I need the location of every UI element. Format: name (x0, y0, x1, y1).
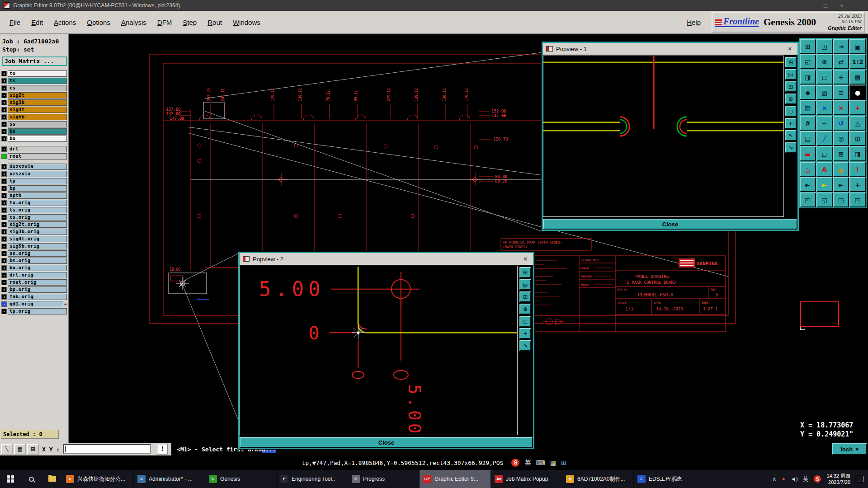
layer-visibility-checkbox[interactable] (1, 309, 7, 314)
layer-name-label[interactable]: tp.orig (8, 308, 67, 314)
layer-visibility-checkbox[interactable] (1, 200, 7, 206)
layer-name-label[interactable]: ts.orig (8, 207, 67, 213)
popview-2-canvas[interactable]: 5.00 0 5.00 (240, 266, 518, 435)
pane-1-button[interactable]: ◰ (800, 192, 816, 207)
triangle-outline-button[interactable]: △ (849, 116, 866, 131)
layer-name-label[interactable]: bs (8, 128, 67, 135)
taskbar-app[interactable]: FEDS工程系统 (634, 470, 705, 488)
filled-square-button[interactable]: ▣ (849, 39, 866, 54)
layer-name-label[interactable]: cs (8, 85, 67, 91)
layer-name-label[interactable]: qd1.orig (8, 301, 63, 307)
layer-visibility-checkbox[interactable] (1, 244, 7, 249)
layer-name-label[interactable]: ss.orig (8, 250, 67, 257)
hlines-button[interactable]: ▤ (849, 70, 866, 84)
taskbar-app[interactable]: GEGraphic Editor 9... (420, 470, 491, 488)
status-tool-button[interactable]: ▦ (14, 444, 26, 455)
pane-3-button[interactable]: ◲ (833, 192, 849, 207)
pane-top-right-button[interactable]: ◳ (816, 39, 833, 54)
layer-name-label[interactable]: sig4t.orig (8, 236, 67, 242)
popview-tool-button[interactable]: ⊡ (785, 81, 797, 92)
sogou-icon[interactable]: S (814, 475, 821, 483)
search-button[interactable] (21, 470, 42, 488)
red-bar-button[interactable]: ▬ (800, 146, 816, 161)
black-ball-button[interactable]: ● (849, 85, 866, 100)
layer-name-label[interactable]: bp.orig (8, 286, 67, 293)
layer-visibility-checkbox[interactable] (1, 229, 7, 235)
layer-name-label[interactable]: sig5b (8, 114, 67, 120)
popview-2-close-button[interactable]: Close (240, 437, 533, 448)
popview-1-window[interactable]: Popview - 1 × ⊞▤⊡⊕◻+↖↘ Close (542, 42, 799, 231)
popview-tool-button[interactable]: ↖ (785, 130, 797, 141)
tray-icon[interactable]: 英 (803, 475, 808, 483)
triangle-orange-button[interactable]: ▲ (833, 162, 849, 177)
ime-icon[interactable]: ⊞ (561, 459, 566, 466)
layer-visibility-checkbox[interactable] (1, 129, 7, 134)
layer-name-label[interactable]: rout.orig (8, 279, 67, 286)
popview-tool-button[interactable]: + (785, 118, 797, 129)
tray-icon[interactable]: ◄) (791, 476, 798, 482)
taskbar-app[interactable]: AAdministrator^ - ... (134, 470, 205, 488)
taskbar-app[interactable]: e兴森快捷衡阳分公... (62, 470, 134, 488)
layer-name-label[interactable]: sig3b (8, 99, 67, 106)
popview-tool-button[interactable]: ▤ (519, 279, 531, 290)
menu-item-rout[interactable]: Rout (203, 16, 227, 29)
popview-1-close-icon[interactable]: × (785, 45, 794, 52)
hlines-2-button[interactable]: ▤ (800, 131, 816, 146)
plus-red-button[interactable]: + (849, 100, 866, 115)
layer-visibility-checkbox[interactable] (1, 93, 7, 98)
status-tool-button[interactable]: ╲ (1, 444, 13, 455)
job-matrix-button[interactable]: Job Matrix ... (2, 56, 67, 66)
popview-2-window[interactable]: Popview - 2 × (238, 252, 534, 449)
cursor-arrow-2-button[interactable]: ► (833, 177, 849, 192)
layer-visibility-checkbox[interactable] (1, 71, 7, 76)
layer-name-label[interactable]: sig2t.orig (8, 221, 67, 228)
layer-visibility-checkbox[interactable] (1, 85, 7, 91)
layer-name-label[interactable]: ss (8, 121, 67, 127)
boxed-x-button[interactable]: ⊠ (833, 146, 849, 161)
crosshair-button[interactable]: + (849, 177, 866, 192)
close-button[interactable]: × (837, 2, 846, 9)
layer-visibility-checkbox[interactable] (1, 265, 7, 271)
layer-visibility-checkbox[interactable] (1, 154, 7, 159)
popview-tool-button[interactable]: ⊕ (785, 94, 797, 104)
units-dropdown[interactable]: Inch (832, 443, 867, 455)
popview-1-canvas[interactable] (543, 56, 784, 217)
layer-name-label[interactable]: drl (8, 146, 67, 152)
layer-name-label[interactable]: bp (8, 185, 67, 192)
tray-icon[interactable]: ● (782, 476, 785, 482)
alert-red-button[interactable]: ! (849, 162, 866, 177)
layer-visibility-checkbox[interactable] (1, 301, 7, 307)
ime-icon[interactable]: 英 (524, 459, 531, 467)
sogou-icon[interactable]: S (511, 459, 519, 467)
diagonal-line-button[interactable]: ╱ (816, 131, 833, 146)
x-red-button[interactable]: × (833, 100, 849, 115)
maximize-button[interactable]: □ (821, 2, 830, 9)
layer-name-label[interactable]: xzszvia (8, 171, 67, 177)
layer-visibility-checkbox[interactable] (1, 78, 7, 84)
popview-tool-button[interactable]: ⊡ (519, 291, 531, 302)
clock[interactable]: 14:32 周四 2023/7/20 (826, 473, 850, 485)
popview-tool-button[interactable]: ⊞ (519, 267, 531, 278)
ime-icon[interactable]: ⌨ (536, 459, 545, 466)
x-blue-button[interactable]: × (816, 100, 833, 115)
layer-visibility-checkbox[interactable] (1, 164, 7, 169)
tab-right-button[interactable]: ⇥ (833, 39, 849, 54)
plus-button[interactable]: + (833, 70, 849, 84)
wave-button[interactable]: ~ (816, 116, 833, 131)
layer-visibility-checkbox[interactable] (1, 186, 7, 191)
menu-help[interactable]: Help (687, 19, 701, 26)
square-outline-2-button[interactable]: ◻ (816, 146, 833, 161)
popview-2-close-icon[interactable]: × (521, 255, 530, 263)
grid-hash-button[interactable]: # (800, 116, 816, 131)
vlines-button[interactable]: ▥ (800, 100, 816, 115)
taskbar-app[interactable]: ≣6AD71002A0制作... (562, 470, 634, 488)
cursor-arrow-yellow-button[interactable]: ► (816, 177, 833, 192)
layer-visibility-checkbox[interactable] (1, 114, 7, 120)
layer-name-label[interactable]: to.orig (8, 200, 67, 206)
half-fill-2-button[interactable]: ◨ (849, 146, 866, 161)
popview-tool-button[interactable]: ⊕ (519, 304, 531, 314)
taskbar-app[interactable]: EEngineering Tool.. (277, 470, 348, 488)
letter-a-red-button[interactable]: A (816, 162, 833, 177)
layer-visibility-checkbox[interactable] (1, 251, 7, 256)
menu-item-dfm[interactable]: DFM (152, 16, 177, 29)
